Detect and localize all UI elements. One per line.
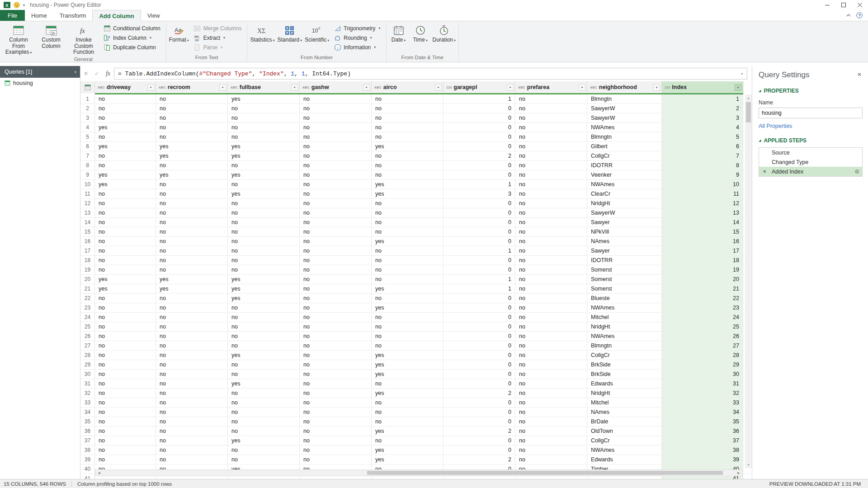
row-number[interactable]: 6 bbox=[80, 142, 95, 151]
cell-prefarea[interactable]: no bbox=[515, 332, 587, 341]
cell-neighborhood[interactable]: Gilbert bbox=[587, 142, 662, 151]
cell-driveway[interactable]: no bbox=[95, 370, 156, 379]
rounding-button[interactable]: Rounding▾ bbox=[331, 33, 382, 42]
cell-recroom[interactable]: no bbox=[156, 322, 228, 331]
cell-fullbase[interactable]: yes bbox=[228, 284, 300, 293]
cell-airco[interactable]: no bbox=[372, 436, 443, 445]
cell-airco[interactable]: yes bbox=[372, 446, 443, 455]
cell-prefarea[interactable]: no bbox=[515, 123, 587, 132]
help-icon[interactable]: ? bbox=[856, 12, 863, 19]
cell-neighborhood[interactable]: Somerst bbox=[587, 265, 662, 274]
cell-recroom[interactable]: yes bbox=[156, 284, 228, 293]
cell-neighborhood[interactable]: IDOTRR bbox=[587, 256, 662, 265]
cell-recroom[interactable]: no bbox=[156, 332, 228, 341]
cell-airco[interactable]: no bbox=[372, 94, 443, 103]
cell-prefarea[interactable]: no bbox=[515, 398, 587, 407]
cell-driveway[interactable]: no bbox=[95, 446, 156, 455]
cell-prefarea[interactable]: no bbox=[515, 294, 587, 303]
tab-home[interactable]: Home bbox=[25, 10, 53, 21]
format-button[interactable]: AaFormat▾ bbox=[168, 23, 190, 44]
cell-neighborhood[interactable]: CollgCr bbox=[587, 151, 662, 160]
cell-airco[interactable]: no bbox=[372, 275, 443, 284]
row-number[interactable]: 18 bbox=[80, 256, 95, 265]
cell-airco[interactable]: yes bbox=[372, 284, 443, 293]
cell-gashw[interactable]: no bbox=[300, 294, 372, 303]
cell-recroom[interactable]: no bbox=[156, 256, 228, 265]
cell-index[interactable]: 27 bbox=[662, 341, 743, 350]
cell-driveway[interactable]: no bbox=[95, 322, 156, 331]
cell-fullbase[interactable]: no bbox=[228, 427, 300, 436]
cell-garagepl[interactable]: 0 bbox=[443, 218, 515, 227]
row-number[interactable]: 3 bbox=[80, 113, 95, 122]
cell-garagepl[interactable]: 0 bbox=[443, 208, 515, 217]
row-number[interactable]: 2 bbox=[80, 104, 95, 113]
cell-index[interactable]: 30 bbox=[662, 370, 743, 379]
cell-neighborhood[interactable]: NAmes bbox=[587, 237, 662, 246]
row-number[interactable]: 41 bbox=[80, 474, 95, 479]
cell-garagepl[interactable]: 0 bbox=[443, 104, 515, 113]
cell-gashw[interactable]: no bbox=[300, 104, 372, 113]
cell-neighborhood[interactable]: Blmngtn bbox=[587, 341, 662, 350]
cell-gashw[interactable]: no bbox=[300, 246, 372, 255]
cell-prefarea[interactable]: no bbox=[515, 265, 587, 274]
cell-airco[interactable]: yes bbox=[372, 142, 443, 151]
row-number[interactable]: 7 bbox=[80, 151, 95, 160]
cell-airco[interactable]: yes bbox=[372, 455, 443, 464]
cell-index[interactable]: 25 bbox=[662, 322, 743, 331]
cell-recroom[interactable]: no bbox=[156, 408, 228, 417]
cell-recroom[interactable]: no bbox=[156, 237, 228, 246]
query-name-input[interactable] bbox=[759, 108, 863, 118]
cell-fullbase[interactable]: yes bbox=[228, 151, 300, 160]
cell-index[interactable]: 13 bbox=[662, 208, 743, 217]
scroll-down-icon[interactable]: ▼ bbox=[745, 461, 752, 468]
cell-gashw[interactable]: no bbox=[300, 199, 372, 208]
row-number[interactable]: 15 bbox=[80, 227, 95, 236]
cell-driveway[interactable]: no bbox=[95, 360, 156, 369]
cell-fullbase[interactable]: no bbox=[228, 389, 300, 398]
row-number[interactable]: 1 bbox=[80, 94, 95, 103]
cell-fullbase[interactable]: no bbox=[228, 455, 300, 464]
invoke-custom-function-button[interactable]: fxInvoke Custom Function bbox=[67, 23, 100, 56]
cell-neighborhood[interactable]: Veenker bbox=[587, 170, 662, 179]
cell-prefarea[interactable]: no bbox=[515, 256, 587, 265]
cell-index[interactable]: 12 bbox=[662, 199, 743, 208]
cell-index[interactable]: 39 bbox=[662, 455, 743, 464]
minimize-button[interactable] bbox=[819, 0, 835, 10]
cell-gashw[interactable]: no bbox=[300, 161, 372, 170]
cell-index[interactable]: 38 bbox=[662, 446, 743, 455]
applied-step-added-index[interactable]: ✕Added Index⚙ bbox=[759, 167, 862, 176]
cell-prefarea[interactable]: no bbox=[515, 275, 587, 284]
cell-driveway[interactable]: no bbox=[95, 94, 156, 103]
row-number[interactable]: 10 bbox=[80, 180, 95, 189]
cell-driveway[interactable]: no bbox=[95, 389, 156, 398]
cell-garagepl[interactable]: 0 bbox=[443, 417, 515, 426]
cell-fullbase[interactable]: no bbox=[228, 332, 300, 341]
cell-driveway[interactable]: no bbox=[95, 189, 156, 198]
cell-driveway[interactable]: no bbox=[95, 455, 156, 464]
cell-driveway[interactable]: no bbox=[95, 436, 156, 445]
cell-garagepl[interactable]: 0 bbox=[443, 237, 515, 246]
cell-driveway[interactable]: no bbox=[95, 379, 156, 388]
cell-index[interactable]: 23 bbox=[662, 303, 743, 312]
cell-garagepl[interactable]: 0 bbox=[443, 265, 515, 274]
cell-index[interactable]: 22 bbox=[662, 294, 743, 303]
duplicate-column-button[interactable]: Duplicate Column bbox=[101, 42, 163, 52]
cell-gashw[interactable]: no bbox=[300, 446, 372, 455]
cell-fullbase[interactable]: no bbox=[228, 161, 300, 170]
column-header-gashw[interactable]: ABCgashw▾ bbox=[300, 81, 372, 93]
cell-airco[interactable]: no bbox=[372, 199, 443, 208]
cell-garagepl[interactable]: 0 bbox=[443, 379, 515, 388]
cell-airco[interactable]: no bbox=[372, 379, 443, 388]
table-menu-button[interactable] bbox=[80, 81, 95, 93]
row-number[interactable]: 19 bbox=[80, 265, 95, 274]
cell-prefarea[interactable]: no bbox=[515, 313, 587, 322]
cell-gashw[interactable]: no bbox=[300, 427, 372, 436]
cell-neighborhood[interactable]: Somerst bbox=[587, 284, 662, 293]
cell-fullbase[interactable]: yes bbox=[228, 275, 300, 284]
collapse-queries-pane-icon[interactable]: ‹ bbox=[75, 69, 76, 75]
cell-fullbase[interactable]: yes bbox=[228, 351, 300, 360]
row-number[interactable]: 9 bbox=[80, 170, 95, 179]
cell-index[interactable]: 20 bbox=[662, 275, 743, 284]
tab-file[interactable]: File bbox=[0, 10, 25, 21]
cell-fullbase[interactable]: no bbox=[228, 303, 300, 312]
